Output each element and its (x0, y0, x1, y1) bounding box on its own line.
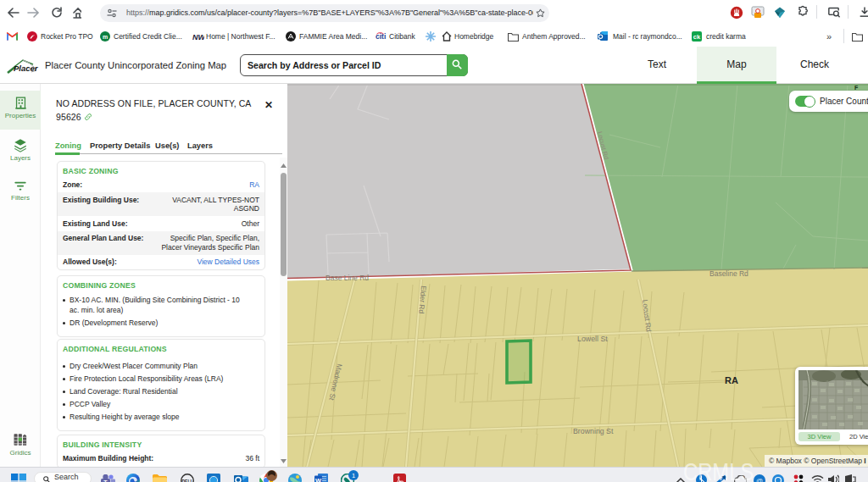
svg-text:ck: ck (693, 33, 701, 41)
svg-text:NW: NW (192, 33, 204, 42)
svg-text:Lowell St: Lowell St (577, 335, 608, 343)
svg-text:RA: RA (725, 375, 738, 385)
svg-text:Baseline Rd: Baseline Rd (709, 269, 748, 278)
svg-text:Placer: Placer (14, 64, 39, 73)
svg-text:W: W (315, 477, 322, 482)
svg-text:m: m (103, 34, 108, 40)
svg-text:DELL: DELL (181, 479, 192, 482)
svg-text:Browning St: Browning St (573, 427, 614, 435)
svg-text:@: @ (756, 477, 763, 482)
svg-text:1: 1 (352, 472, 355, 479)
svg-text:Base Line Rd: Base Line Rd (326, 274, 369, 282)
